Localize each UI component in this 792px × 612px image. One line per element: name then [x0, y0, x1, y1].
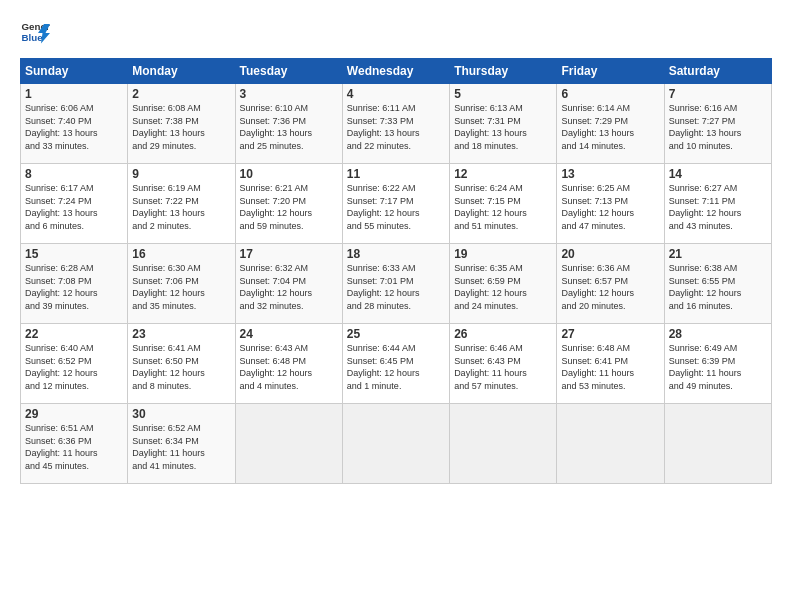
day-number: 2 [132, 87, 230, 101]
day-number: 26 [454, 327, 552, 341]
day-number: 29 [25, 407, 123, 421]
day-info: Sunrise: 6:35 AM Sunset: 6:59 PM Dayligh… [454, 262, 552, 312]
week-row-4: 22Sunrise: 6:40 AM Sunset: 6:52 PM Dayli… [21, 324, 772, 404]
day-number: 20 [561, 247, 659, 261]
day-number: 13 [561, 167, 659, 181]
day-cell: 24Sunrise: 6:43 AM Sunset: 6:48 PM Dayli… [235, 324, 342, 404]
day-cell: 15Sunrise: 6:28 AM Sunset: 7:08 PM Dayli… [21, 244, 128, 324]
day-cell: 13Sunrise: 6:25 AM Sunset: 7:13 PM Dayli… [557, 164, 664, 244]
day-cell: 18Sunrise: 6:33 AM Sunset: 7:01 PM Dayli… [342, 244, 449, 324]
weekday-saturday: Saturday [664, 59, 771, 84]
day-cell [235, 404, 342, 484]
day-cell: 9Sunrise: 6:19 AM Sunset: 7:22 PM Daylig… [128, 164, 235, 244]
day-info: Sunrise: 6:46 AM Sunset: 6:43 PM Dayligh… [454, 342, 552, 392]
day-info: Sunrise: 6:48 AM Sunset: 6:41 PM Dayligh… [561, 342, 659, 392]
day-number: 12 [454, 167, 552, 181]
day-number: 8 [25, 167, 123, 181]
day-info: Sunrise: 6:33 AM Sunset: 7:01 PM Dayligh… [347, 262, 445, 312]
day-cell: 29Sunrise: 6:51 AM Sunset: 6:36 PM Dayli… [21, 404, 128, 484]
weekday-wednesday: Wednesday [342, 59, 449, 84]
day-number: 10 [240, 167, 338, 181]
day-cell: 17Sunrise: 6:32 AM Sunset: 7:04 PM Dayli… [235, 244, 342, 324]
weekday-thursday: Thursday [450, 59, 557, 84]
day-cell: 25Sunrise: 6:44 AM Sunset: 6:45 PM Dayli… [342, 324, 449, 404]
weekday-monday: Monday [128, 59, 235, 84]
day-cell: 30Sunrise: 6:52 AM Sunset: 6:34 PM Dayli… [128, 404, 235, 484]
day-cell: 4Sunrise: 6:11 AM Sunset: 7:33 PM Daylig… [342, 84, 449, 164]
day-number: 22 [25, 327, 123, 341]
day-info: Sunrise: 6:11 AM Sunset: 7:33 PM Dayligh… [347, 102, 445, 152]
day-cell [342, 404, 449, 484]
day-cell: 21Sunrise: 6:38 AM Sunset: 6:55 PM Dayli… [664, 244, 771, 324]
day-cell: 7Sunrise: 6:16 AM Sunset: 7:27 PM Daylig… [664, 84, 771, 164]
day-cell [664, 404, 771, 484]
day-cell: 1Sunrise: 6:06 AM Sunset: 7:40 PM Daylig… [21, 84, 128, 164]
day-cell: 12Sunrise: 6:24 AM Sunset: 7:15 PM Dayli… [450, 164, 557, 244]
week-row-1: 1Sunrise: 6:06 AM Sunset: 7:40 PM Daylig… [21, 84, 772, 164]
day-cell [450, 404, 557, 484]
day-number: 24 [240, 327, 338, 341]
day-info: Sunrise: 6:28 AM Sunset: 7:08 PM Dayligh… [25, 262, 123, 312]
day-number: 11 [347, 167, 445, 181]
day-number: 18 [347, 247, 445, 261]
day-number: 15 [25, 247, 123, 261]
weekday-header-row: SundayMondayTuesdayWednesdayThursdayFrid… [21, 59, 772, 84]
day-number: 27 [561, 327, 659, 341]
calendar-table: SundayMondayTuesdayWednesdayThursdayFrid… [20, 58, 772, 484]
day-cell: 26Sunrise: 6:46 AM Sunset: 6:43 PM Dayli… [450, 324, 557, 404]
day-info: Sunrise: 6:21 AM Sunset: 7:20 PM Dayligh… [240, 182, 338, 232]
day-cell [557, 404, 664, 484]
day-number: 3 [240, 87, 338, 101]
day-number: 5 [454, 87, 552, 101]
day-number: 28 [669, 327, 767, 341]
day-info: Sunrise: 6:14 AM Sunset: 7:29 PM Dayligh… [561, 102, 659, 152]
day-cell: 28Sunrise: 6:49 AM Sunset: 6:39 PM Dayli… [664, 324, 771, 404]
page: General Blue SundayMondayTuesdayWednesda… [0, 0, 792, 612]
day-info: Sunrise: 6:44 AM Sunset: 6:45 PM Dayligh… [347, 342, 445, 392]
day-cell: 14Sunrise: 6:27 AM Sunset: 7:11 PM Dayli… [664, 164, 771, 244]
day-info: Sunrise: 6:49 AM Sunset: 6:39 PM Dayligh… [669, 342, 767, 392]
day-info: Sunrise: 6:10 AM Sunset: 7:36 PM Dayligh… [240, 102, 338, 152]
day-number: 17 [240, 247, 338, 261]
day-info: Sunrise: 6:40 AM Sunset: 6:52 PM Dayligh… [25, 342, 123, 392]
day-cell: 5Sunrise: 6:13 AM Sunset: 7:31 PM Daylig… [450, 84, 557, 164]
day-number: 7 [669, 87, 767, 101]
day-info: Sunrise: 6:51 AM Sunset: 6:36 PM Dayligh… [25, 422, 123, 472]
week-row-2: 8Sunrise: 6:17 AM Sunset: 7:24 PM Daylig… [21, 164, 772, 244]
day-number: 23 [132, 327, 230, 341]
day-info: Sunrise: 6:22 AM Sunset: 7:17 PM Dayligh… [347, 182, 445, 232]
day-cell: 23Sunrise: 6:41 AM Sunset: 6:50 PM Dayli… [128, 324, 235, 404]
day-cell: 19Sunrise: 6:35 AM Sunset: 6:59 PM Dayli… [450, 244, 557, 324]
weekday-tuesday: Tuesday [235, 59, 342, 84]
day-info: Sunrise: 6:25 AM Sunset: 7:13 PM Dayligh… [561, 182, 659, 232]
day-info: Sunrise: 6:36 AM Sunset: 6:57 PM Dayligh… [561, 262, 659, 312]
day-cell: 11Sunrise: 6:22 AM Sunset: 7:17 PM Dayli… [342, 164, 449, 244]
day-cell: 22Sunrise: 6:40 AM Sunset: 6:52 PM Dayli… [21, 324, 128, 404]
day-cell: 3Sunrise: 6:10 AM Sunset: 7:36 PM Daylig… [235, 84, 342, 164]
day-info: Sunrise: 6:27 AM Sunset: 7:11 PM Dayligh… [669, 182, 767, 232]
weekday-friday: Friday [557, 59, 664, 84]
week-row-5: 29Sunrise: 6:51 AM Sunset: 6:36 PM Dayli… [21, 404, 772, 484]
day-info: Sunrise: 6:06 AM Sunset: 7:40 PM Dayligh… [25, 102, 123, 152]
day-number: 6 [561, 87, 659, 101]
day-cell: 8Sunrise: 6:17 AM Sunset: 7:24 PM Daylig… [21, 164, 128, 244]
day-cell: 2Sunrise: 6:08 AM Sunset: 7:38 PM Daylig… [128, 84, 235, 164]
day-cell: 10Sunrise: 6:21 AM Sunset: 7:20 PM Dayli… [235, 164, 342, 244]
day-cell: 27Sunrise: 6:48 AM Sunset: 6:41 PM Dayli… [557, 324, 664, 404]
day-number: 14 [669, 167, 767, 181]
day-number: 25 [347, 327, 445, 341]
day-cell: 20Sunrise: 6:36 AM Sunset: 6:57 PM Dayli… [557, 244, 664, 324]
day-info: Sunrise: 6:32 AM Sunset: 7:04 PM Dayligh… [240, 262, 338, 312]
day-info: Sunrise: 6:30 AM Sunset: 7:06 PM Dayligh… [132, 262, 230, 312]
day-info: Sunrise: 6:24 AM Sunset: 7:15 PM Dayligh… [454, 182, 552, 232]
day-info: Sunrise: 6:17 AM Sunset: 7:24 PM Dayligh… [25, 182, 123, 232]
day-info: Sunrise: 6:13 AM Sunset: 7:31 PM Dayligh… [454, 102, 552, 152]
day-number: 9 [132, 167, 230, 181]
day-info: Sunrise: 6:38 AM Sunset: 6:55 PM Dayligh… [669, 262, 767, 312]
day-cell: 16Sunrise: 6:30 AM Sunset: 7:06 PM Dayli… [128, 244, 235, 324]
day-number: 1 [25, 87, 123, 101]
svg-text:Blue: Blue [22, 32, 44, 43]
day-info: Sunrise: 6:41 AM Sunset: 6:50 PM Dayligh… [132, 342, 230, 392]
day-info: Sunrise: 6:16 AM Sunset: 7:27 PM Dayligh… [669, 102, 767, 152]
header: General Blue [20, 18, 772, 48]
